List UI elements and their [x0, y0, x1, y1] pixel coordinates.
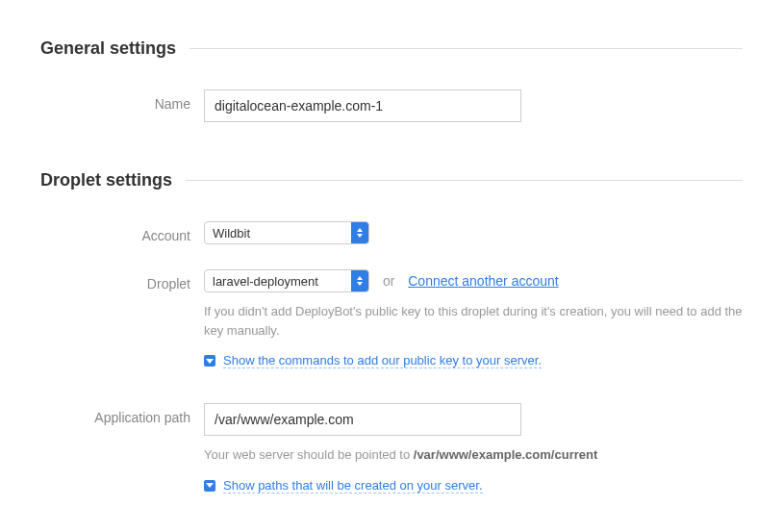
account-select[interactable]: Wildbit	[204, 221, 369, 244]
droplet-label: Droplet	[40, 269, 204, 291]
show-paths-link[interactable]: Show paths that will be created on your …	[223, 478, 483, 494]
path-help-value: /var/www/example.com/current	[414, 447, 597, 462]
name-row: Name	[40, 89, 743, 122]
key-help-text: If you didn't add DeployBot's public key…	[204, 302, 743, 340]
account-row: Account Wildbit	[40, 221, 743, 244]
droplet-control: laravel-deployment or Connect another ac…	[204, 269, 743, 368]
droplet-settings-section: Droplet settings Account Wildbit Droplet…	[40, 170, 743, 494]
section-header: General settings	[40, 38, 743, 59]
section-divider	[189, 48, 743, 49]
section-title: Droplet settings	[40, 170, 186, 190]
section-title: General settings	[40, 38, 189, 59]
section-header: Droplet settings	[40, 170, 743, 190]
name-input[interactable]	[204, 89, 521, 122]
chevron-down-icon	[204, 355, 215, 367]
section-divider	[186, 180, 743, 181]
account-control: Wildbit	[204, 221, 743, 244]
account-select-wrap: Wildbit	[204, 221, 369, 244]
general-settings-section: General settings Name	[40, 38, 743, 122]
name-control	[204, 89, 743, 122]
or-text: or	[383, 273, 394, 289]
connect-account-link[interactable]: Connect another account	[408, 273, 558, 289]
name-label: Name	[40, 89, 204, 112]
chevron-down-icon	[204, 480, 215, 492]
app-path-input[interactable]	[204, 403, 521, 436]
show-commands-link[interactable]: Show the commands to add our public key …	[223, 353, 542, 368]
droplet-row: Droplet laravel-deployment or Connect an…	[40, 269, 743, 368]
app-path-label: Application path	[40, 403, 204, 425]
app-path-row: Application path Your web server should …	[40, 403, 743, 494]
account-label: Account	[40, 221, 204, 243]
app-path-control: Your web server should be pointed to /va…	[204, 403, 743, 494]
droplet-select-wrap: laravel-deployment	[204, 269, 369, 292]
droplet-select[interactable]: laravel-deployment	[204, 269, 369, 292]
show-paths-row: Show paths that will be created on your …	[204, 478, 743, 494]
show-commands-row: Show the commands to add our public key …	[204, 353, 743, 368]
path-help-prefix: Your web server should be pointed to	[204, 447, 414, 462]
path-help-text: Your web server should be pointed to /va…	[204, 445, 743, 465]
